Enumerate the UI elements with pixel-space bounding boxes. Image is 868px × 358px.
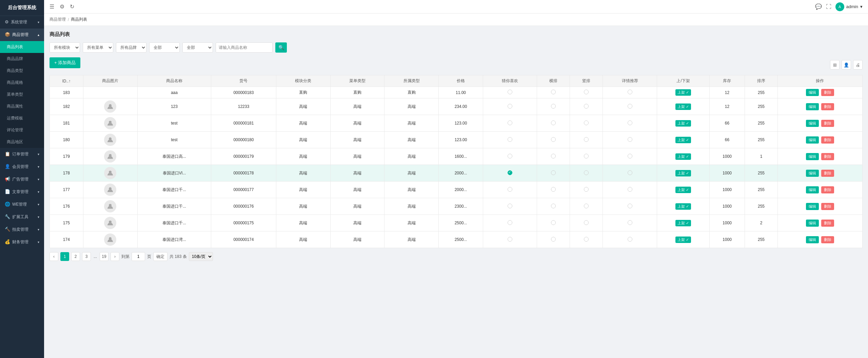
delete-button[interactable]: 删除 [821, 89, 834, 96]
delete-button[interactable]: 删除 [821, 153, 834, 160]
delete-button[interactable]: 删除 [821, 203, 834, 210]
edit-button[interactable]: 编辑 [806, 170, 819, 177]
cell-detail[interactable] [603, 215, 657, 231]
page-19-button[interactable]: 19 [100, 252, 108, 261]
edit-button[interactable]: 编辑 [806, 236, 819, 243]
settings-icon[interactable]: ⚙ [60, 3, 64, 10]
vertical-toggle[interactable] [584, 104, 589, 109]
next-page-button[interactable]: › [111, 252, 119, 261]
sidebar-group-header-we[interactable]: 🌐WE管理 ▾ [0, 198, 44, 211]
cell-detail[interactable] [603, 165, 657, 182]
sidebar-item-product-spec[interactable]: 商品规格 [0, 77, 44, 89]
favorite-unchecked[interactable] [508, 204, 512, 208]
sidebar-item-product-attr[interactable]: 商品属性 [0, 100, 44, 112]
cell-favorite[interactable] [483, 132, 537, 148]
vertical-toggle[interactable] [584, 220, 589, 225]
edit-button[interactable]: 编辑 [806, 136, 819, 144]
page-jump-confirm[interactable]: 确定 [153, 252, 167, 261]
cell-vertical[interactable] [570, 231, 603, 248]
horizontal-toggle[interactable] [551, 137, 556, 142]
column-settings-icon[interactable]: ⊞ [830, 60, 840, 70]
print-icon[interactable]: 🖨 [853, 60, 863, 70]
delete-button[interactable]: 删除 [821, 236, 834, 243]
sidebar-item-reviews[interactable]: 评论管理 [0, 124, 44, 136]
cell-vertical[interactable] [570, 165, 603, 182]
refresh-icon[interactable]: ↻ [70, 3, 74, 10]
cell-favorite[interactable] [483, 198, 537, 215]
user-menu[interactable]: A admin ▾ [835, 2, 863, 11]
page-jump-input[interactable] [132, 252, 145, 261]
cell-vertical[interactable] [570, 98, 603, 115]
edit-button[interactable]: 编辑 [806, 203, 819, 210]
cell-favorite[interactable] [483, 182, 537, 198]
sidebar-group-header-system[interactable]: ⚙系统管理 ▾ [0, 16, 44, 29]
detail-toggle[interactable] [628, 220, 632, 225]
horizontal-toggle[interactable] [551, 154, 556, 158]
edit-button[interactable]: 编辑 [806, 220, 819, 227]
favorite-unchecked[interactable] [508, 154, 512, 158]
module-filter[interactable]: 所有模块 [50, 42, 80, 53]
cell-horizontal[interactable] [537, 87, 570, 98]
page-2-button[interactable]: 2 [71, 252, 80, 261]
sidebar-group-header-finance[interactable]: 💰财务管理 ▾ [0, 236, 44, 248]
detail-toggle[interactable] [628, 104, 632, 109]
name-search-input[interactable] [216, 42, 273, 53]
cell-detail[interactable] [603, 87, 657, 98]
cell-vertical[interactable] [570, 115, 603, 132]
cell-horizontal[interactable] [537, 198, 570, 215]
horizontal-toggle[interactable] [551, 187, 556, 192]
type1-filter[interactable]: 全部 [149, 42, 180, 53]
vertical-toggle[interactable] [584, 187, 589, 192]
sidebar-item-product-type[interactable]: 商品类型 [0, 65, 44, 77]
cell-horizontal[interactable] [537, 98, 570, 115]
cell-vertical[interactable] [570, 215, 603, 231]
horizontal-toggle[interactable] [551, 104, 556, 109]
sidebar-group-header-product[interactable]: 📦商品管理 ▴ [0, 29, 44, 41]
favorite-unchecked[interactable] [508, 187, 512, 192]
type2-filter[interactable]: 全部 [182, 42, 213, 53]
vertical-toggle[interactable] [584, 237, 589, 242]
cell-vertical[interactable] [570, 198, 603, 215]
favorite-unchecked[interactable] [508, 104, 512, 109]
cell-favorite[interactable] [483, 115, 537, 132]
delete-button[interactable]: 删除 [821, 186, 834, 193]
sidebar-item-product-list[interactable]: 商品列表 [0, 41, 44, 53]
sidebar-group-header-article[interactable]: 📄文章管理 ▾ [0, 186, 44, 198]
favorite-unchecked[interactable] [508, 237, 512, 242]
delete-button[interactable]: 删除 [821, 170, 834, 177]
delete-button[interactable]: 删除 [821, 120, 834, 127]
sidebar-item-shipping[interactable]: 运费模板 [0, 112, 44, 124]
detail-toggle[interactable] [628, 137, 632, 142]
delete-button[interactable]: 删除 [821, 103, 834, 110]
vertical-toggle[interactable] [584, 154, 589, 158]
add-product-button[interactable]: + 添加商品 [50, 57, 80, 68]
edit-button[interactable]: 编辑 [806, 186, 819, 193]
detail-toggle[interactable] [628, 170, 632, 175]
sidebar-item-product-brand[interactable]: 商品品牌 [0, 53, 44, 65]
horizontal-toggle[interactable] [551, 120, 556, 125]
per-page-select[interactable]: 10条/页 [189, 252, 213, 261]
vertical-toggle[interactable] [584, 120, 589, 125]
cell-favorite[interactable] [483, 98, 537, 115]
cell-detail[interactable] [603, 132, 657, 148]
detail-toggle[interactable] [628, 154, 632, 158]
vertical-toggle[interactable] [584, 204, 589, 208]
edit-button[interactable]: 编辑 [806, 89, 819, 96]
delete-button[interactable]: 删除 [821, 136, 834, 144]
vertical-toggle[interactable] [584, 137, 589, 142]
cell-detail[interactable] [603, 198, 657, 215]
horizontal-toggle[interactable] [551, 237, 556, 242]
delete-button[interactable]: 删除 [821, 220, 834, 227]
sidebar-group-header-ad[interactable]: 📢广告管理 ▾ [0, 173, 44, 186]
cell-horizontal[interactable] [537, 215, 570, 231]
detail-toggle[interactable] [628, 204, 632, 208]
vertical-toggle[interactable] [584, 170, 589, 175]
cell-favorite[interactable] [483, 165, 537, 182]
detail-toggle[interactable] [628, 90, 632, 94]
cell-vertical[interactable] [570, 182, 603, 198]
edit-button[interactable]: 编辑 [806, 120, 819, 127]
horizontal-toggle[interactable] [551, 90, 556, 94]
cell-horizontal[interactable] [537, 165, 570, 182]
page-3-button[interactable]: 3 [82, 252, 91, 261]
cell-vertical[interactable] [570, 132, 603, 148]
